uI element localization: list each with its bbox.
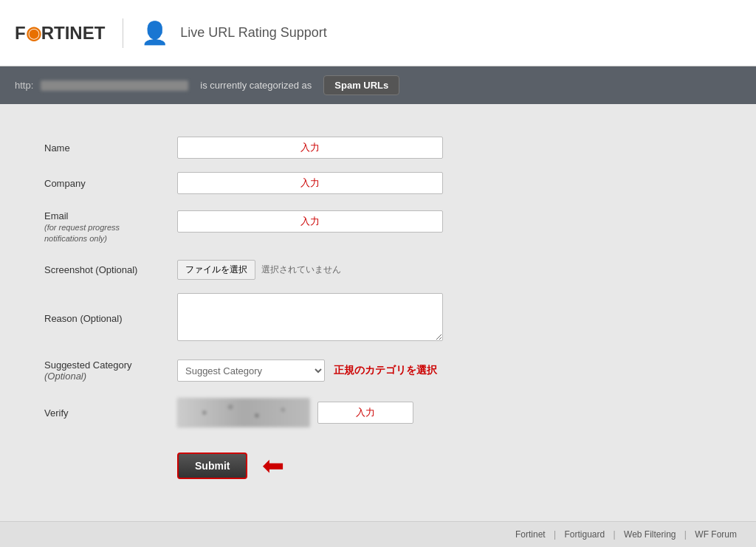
category-cell: Suggest Category 正規のカテゴリを選択 — [177, 354, 605, 388]
company-row: Company — [30, 169, 605, 197]
file-select-button[interactable]: ファイルを選択 — [177, 260, 255, 280]
header-divider — [123, 18, 123, 48]
file-input-wrapper: ファイルを選択 選択されていません — [177, 260, 605, 280]
company-cell — [177, 169, 605, 197]
captcha-dots — [178, 399, 309, 427]
form: Name Company Email (for request progress… — [30, 126, 605, 438]
name-cell — [177, 134, 605, 162]
verify-input[interactable] — [317, 402, 413, 424]
category-label: Suggested Category (Optional) — [30, 354, 177, 388]
categorized-as-text: is currently categorized as — [200, 80, 312, 91]
reason-row: Reason (Optional) — [30, 290, 605, 346]
name-row: Name — [30, 134, 605, 162]
category-select[interactable]: Suggest Category — [177, 359, 325, 382]
verify-label: Verify — [30, 395, 177, 430]
main-content: Name Company Email (for request progress… — [0, 104, 756, 521]
footer-links: Fortinet | Fortiguard | Web Filtering | … — [511, 529, 741, 540]
company-input[interactable] — [177, 172, 443, 194]
name-label: Name — [30, 134, 177, 162]
email-label: Email (for request progress notification… — [30, 204, 177, 250]
reason-textarea[interactable] — [177, 293, 443, 341]
footer-link-wfforum[interactable]: WF Forum — [695, 529, 737, 540]
verify-row: Verify — [30, 395, 605, 430]
submit-button[interactable]: Submit — [177, 453, 247, 479]
category-badge: Spam URLs — [323, 75, 399, 95]
footer-link-webfiltering[interactable]: Web Filtering — [624, 529, 676, 540]
email-row: Email (for request progress notification… — [30, 204, 605, 250]
file-no-file-label: 選択されていません — [261, 264, 341, 276]
screenshot-row: Screenshot (Optional) ファイルを選択 選択されていません — [30, 257, 605, 283]
category-row: Suggested Category (Optional) Suggest Ca… — [30, 354, 605, 388]
category-wrapper: Suggest Category 正規のカテゴリを選択 — [177, 359, 605, 382]
email-cell — [177, 204, 605, 250]
support-icon: 👤 — [141, 20, 168, 46]
logo-bracket: ◉ — [26, 23, 41, 43]
footer-link-fortinet[interactable]: Fortinet — [515, 529, 546, 540]
name-input[interactable] — [177, 137, 443, 159]
category-hint: 正規のカテゴリを選択 — [334, 364, 437, 377]
submit-row: Submit ⬅ — [30, 438, 726, 494]
url-prefix: http: — [15, 80, 33, 91]
fortinet-logo: F◉RTINET — [15, 23, 105, 44]
reason-label: Reason (Optional) — [30, 290, 177, 346]
captcha-image — [177, 398, 310, 427]
url-blurred — [41, 80, 188, 91]
screenshot-label: Screenshot (Optional) — [30, 257, 177, 283]
page-header: F◉RTINET 👤 Live URL Rating Support — [0, 0, 756, 66]
url-bar: http: is currently categorized as Spam U… — [0, 66, 756, 104]
reason-cell — [177, 290, 605, 346]
arrow-icon: ⬅ — [262, 453, 284, 479]
screenshot-cell: ファイルを選択 選択されていません — [177, 257, 605, 283]
footer-link-fortiguard[interactable]: Fortiguard — [565, 529, 605, 540]
verify-cell — [177, 395, 605, 430]
company-label: Company — [30, 169, 177, 197]
verify-wrapper — [177, 398, 605, 427]
email-input[interactable] — [177, 210, 443, 233]
page-title: Live URL Rating Support — [180, 25, 326, 41]
footer: Fortinet | Fortiguard | Web Filtering | … — [0, 521, 756, 547]
